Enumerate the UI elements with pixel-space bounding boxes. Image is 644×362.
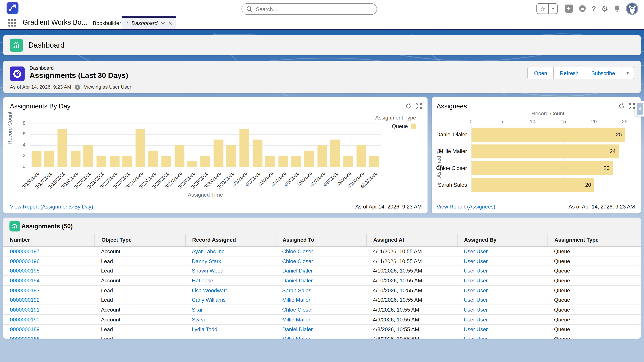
info-icon[interactable]: i [75, 84, 80, 90]
cell-link[interactable]: User User [457, 295, 548, 305]
cell-link[interactable]: 0000000197 [3, 247, 94, 256]
user-avatar[interactable] [626, 2, 638, 15]
cell-link[interactable]: User User [457, 334, 548, 339]
bar[interactable] [32, 150, 42, 167]
bar[interactable] [174, 145, 184, 167]
bar[interactable] [84, 145, 94, 167]
bar[interactable] [252, 140, 262, 167]
more-actions-caret-button[interactable]: ▾ [622, 67, 634, 79]
tab-dashboard[interactable]: * Dashboard × [122, 16, 176, 29]
bar[interactable]: 23 [472, 161, 613, 175]
cell-link[interactable]: 0000000192 [3, 295, 94, 305]
cell-link[interactable]: Chloe Closer [276, 305, 366, 314]
favorites-star-icon[interactable]: ☆ [537, 4, 548, 13]
cell-link[interactable]: User User [457, 286, 548, 295]
cell-link[interactable]: Lisa Woodward [185, 286, 276, 295]
bar[interactable] [188, 161, 198, 167]
cell-link[interactable]: 0000000190 [3, 315, 94, 324]
open-button[interactable]: Open [528, 67, 554, 79]
global-actions-icon[interactable]: + [564, 4, 573, 13]
legend-item-queue[interactable]: Queue [392, 123, 416, 129]
cell-link[interactable]: Millie Mailer [276, 334, 366, 339]
bar[interactable] [317, 145, 327, 167]
cell-link[interactable]: User User [457, 305, 548, 314]
bar[interactable] [70, 150, 80, 167]
bar[interactable] [162, 156, 172, 167]
column-header[interactable]: Record Assigned [185, 234, 276, 246]
bar[interactable] [304, 150, 314, 167]
cell-link[interactable]: User User [457, 247, 548, 256]
widget-expand-icon[interactable] [416, 103, 422, 109]
cell-link[interactable]: User User [457, 256, 548, 266]
refresh-button[interactable]: Refresh [554, 67, 585, 79]
widget-refresh-icon[interactable] [618, 103, 625, 109]
help-icon[interactable]: ? [592, 5, 596, 12]
cell-link[interactable]: Sarah Sales [276, 286, 366, 295]
cell-link[interactable]: Lydia Todd [185, 325, 276, 334]
cell-link[interactable]: 0000000189 [3, 325, 94, 334]
view-report-link[interactable]: View Report (Assignments By Day) [10, 204, 93, 210]
bar[interactable] [110, 156, 120, 167]
column-header[interactable]: Assigned By [457, 234, 548, 246]
view-report-link[interactable]: View Report (Assignees) [436, 204, 495, 210]
cell-link[interactable]: EZLease [185, 276, 276, 285]
cell-link[interactable]: User User [457, 325, 548, 334]
nav-item-bookbuilder[interactable]: Bookbuilder [93, 20, 121, 26]
bar[interactable] [239, 129, 249, 167]
cell-link[interactable]: Swrve [185, 315, 276, 324]
tab-chevron-down-icon[interactable] [160, 22, 165, 25]
cell-link[interactable]: Ayar Labs Inc [185, 247, 276, 256]
column-header[interactable]: Object Type [94, 234, 185, 246]
bar[interactable] [226, 145, 236, 167]
bar[interactable] [148, 150, 158, 167]
cell-link[interactable]: Daniel Dialer [276, 276, 366, 285]
column-header[interactable]: Assigned To [276, 234, 366, 246]
search-input[interactable] [242, 3, 377, 15]
side-panel-toggle[interactable] [635, 101, 644, 116]
cell-link[interactable]: Chloe Closer [276, 247, 366, 256]
cell-link[interactable]: User User [457, 315, 548, 324]
cell-link[interactable]: Skai [185, 305, 276, 314]
guidance-center-icon[interactable] [578, 4, 586, 13]
cell-link[interactable]: 0000000194 [3, 276, 94, 285]
cell-link[interactable]: Daniel Dialer [276, 266, 366, 276]
bar[interactable] [96, 156, 106, 167]
widget-expand-icon[interactable] [629, 103, 635, 109]
bar[interactable] [330, 140, 340, 167]
bar[interactable]: 25 [472, 127, 625, 141]
notifications-bell-icon[interactable] [614, 5, 621, 12]
bar[interactable] [278, 156, 288, 167]
bar[interactable]: 20 [472, 178, 594, 192]
cell-link[interactable]: Carly Williams [185, 295, 276, 305]
cell-link[interactable]: 0000000191 [3, 305, 94, 314]
cell-link[interactable]: Shawn Wood [185, 266, 276, 276]
cell-link[interactable]: Millie Mailer [276, 295, 366, 305]
cell-link[interactable]: 0000000193 [3, 286, 94, 295]
bar[interactable] [214, 140, 224, 167]
cell-link[interactable]: 0000000195 [3, 266, 94, 276]
column-header[interactable]: Assignment Type [548, 234, 641, 246]
cell-link[interactable]: Danny Stark [185, 256, 276, 266]
bar[interactable] [291, 156, 301, 167]
bar[interactable] [122, 156, 132, 167]
bar[interactable] [136, 129, 146, 167]
widget-refresh-icon[interactable] [405, 103, 412, 109]
bar[interactable]: 24 [472, 144, 619, 158]
bar[interactable] [44, 150, 54, 167]
tab-close-icon[interactable]: × [168, 19, 172, 27]
bar[interactable] [369, 156, 379, 167]
cell-link[interactable]: User User [457, 266, 548, 276]
bar[interactable] [265, 156, 275, 167]
subscribe-button[interactable]: Subscribe [585, 67, 622, 79]
bar[interactable] [343, 156, 353, 167]
column-header[interactable]: Number [3, 234, 94, 246]
bar[interactable] [356, 145, 366, 167]
bar[interactable] [200, 156, 210, 167]
cell-link[interactable]: Chloe Closer [276, 256, 366, 266]
cell-link[interactable] [185, 334, 276, 339]
cell-link[interactable]: Daniel Dialer [276, 325, 366, 334]
setup-gear-icon[interactable]: ⚙ [601, 5, 608, 12]
cell-link[interactable]: Millie Mailer [276, 315, 366, 324]
bar[interactable] [58, 129, 68, 167]
app-launcher-icon[interactable] [8, 19, 16, 27]
